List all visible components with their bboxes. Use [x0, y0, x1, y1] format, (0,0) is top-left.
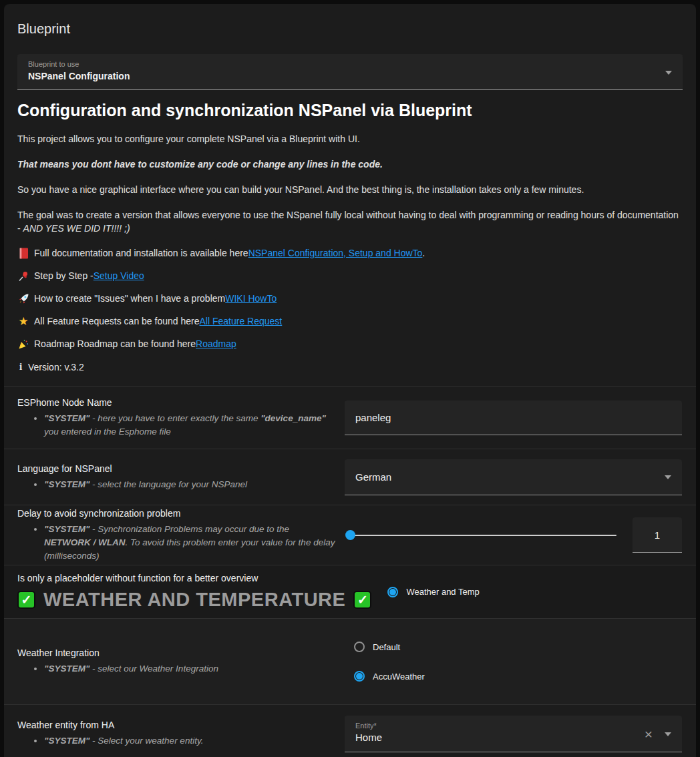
settings-row-weather-placeholder: Is only a placeholder without function f…	[4, 565, 696, 618]
desc-system: "SYSTEM"	[44, 736, 90, 746]
clear-icon[interactable]: ×	[645, 726, 653, 740]
intro-paragraph-3: So you have a nice graphical interface w…	[17, 183, 683, 196]
delay-number-field	[633, 517, 682, 553]
radio-accuweather[interactable]: AccuWeather	[345, 671, 425, 682]
roadmap-text: Roadmap Roadmap can be found here	[34, 338, 196, 350]
settings-row-weather-entity: Weather entity from HA "SYSTEM" - Select…	[4, 704, 696, 757]
delay-number-input[interactable]	[633, 517, 682, 552]
node-name-label: ESPhome Node Name	[17, 397, 338, 408]
feature-request-line: ★All Feature Requests can be found here …	[17, 315, 683, 328]
red-book-icon	[17, 248, 29, 259]
language-select-value: German	[345, 471, 402, 483]
issues-howto-line: How to create "Issues" when I have a pro…	[17, 292, 683, 305]
intro-paragraph-1: This project allows you to configure you…	[17, 132, 683, 146]
desc-device-name: "device_name"	[260, 413, 326, 423]
desc-text: - select our Weather Integration	[90, 664, 218, 674]
language-label: Language for NSPanel	[17, 463, 338, 474]
blueprint-select[interactable]: Blueprint to use NSPanel Configuration	[17, 54, 683, 90]
delay-label: Delay to avoid synchronization problem	[17, 508, 338, 519]
star-icon: ★	[17, 315, 29, 328]
language-description: "SYSTEM" - select the language for your …	[44, 478, 338, 491]
radio-label: Weather and Temp	[406, 587, 479, 597]
pushpin-icon	[17, 271, 29, 282]
language-select[interactable]: German	[345, 459, 682, 495]
slider-thumb[interactable]	[345, 530, 355, 540]
info-icon: i	[17, 361, 24, 372]
roadmap-link[interactable]: Roadmap	[196, 338, 236, 350]
radio-label: AccuWeather	[373, 672, 425, 682]
weather-integration-description: "SYSTEM" - select our Weather Integratio…	[44, 662, 338, 676]
node-name-input[interactable]	[345, 401, 682, 435]
feature-request-text: All Feature Requests can be found here	[34, 315, 200, 328]
intro-paragraph-4: The goal was to create a version that al…	[17, 208, 683, 235]
slider-track	[350, 535, 617, 536]
desc-network: NETWORK / WLAN	[44, 537, 125, 547]
entity-picker-label: Entity*	[345, 716, 682, 730]
desc-system: "SYSTEM"	[44, 664, 90, 674]
radio-default[interactable]: Default	[345, 642, 400, 652]
intro-paragraph-2: That means you dont have to customize an…	[17, 158, 683, 171]
weather-entity-label: Weather entity from HA	[17, 720, 338, 730]
delay-description: "SYSTEM" - Synchronization Problems may …	[44, 523, 338, 563]
chevron-down-icon[interactable]	[665, 475, 671, 479]
check-mark-icon	[353, 591, 371, 609]
wiki-howto-link[interactable]: WIKI HowTo	[225, 292, 277, 305]
desc-text: - Synchronization Problems may occur due…	[90, 524, 289, 534]
docs-link[interactable]: NSPanel Configuration, Setup and HowTo	[248, 247, 423, 260]
settings-row-weather-integration: Weather Integration "SYSTEM" - select ou…	[4, 618, 696, 704]
node-name-field	[345, 401, 682, 435]
version-line: iVersion: v.3.2	[17, 361, 683, 372]
delay-slider[interactable]	[345, 525, 622, 545]
issues-howto-text: How to create "Issues" when I have a pro…	[34, 292, 225, 305]
node-name-description: "SYSTEM" - here you have to enter exactl…	[44, 412, 338, 439]
blueprint-select-value: NSPanel Configuration	[17, 68, 683, 81]
settings-row-delay: Delay to avoid synchronization problem "…	[4, 505, 696, 565]
entity-picker-value: Home	[345, 730, 682, 743]
intro-paragraph-4-italic: AND YES WE DID IT!!!! ;)	[23, 223, 130, 234]
radio-selected-icon[interactable]	[354, 671, 365, 682]
setup-video-link[interactable]: Setup Video	[94, 270, 144, 282]
page-title: Blueprint	[4, 4, 696, 37]
desc-text: - select the language for your NSPanel	[90, 479, 247, 489]
desc-system: "SYSTEM"	[44, 413, 90, 423]
blueprint-description: Configuration and synchronization NSPane…	[4, 101, 696, 372]
documentation-line: Full documentation and installation is a…	[17, 247, 683, 260]
documentation-text: Full documentation and installation is a…	[34, 247, 248, 260]
chevron-down-icon[interactable]	[665, 732, 671, 736]
intro-heading: Configuration and synchronization NSPane…	[17, 101, 683, 120]
blueprint-config-card: Blueprint Blueprint to use NSPanel Confi…	[4, 4, 696, 757]
radio-weather-and-temp[interactable]: Weather and Temp	[378, 587, 479, 597]
setup-video-text: Step by Step -	[34, 270, 94, 282]
radio-unselected-icon[interactable]	[354, 642, 365, 652]
documentation-suffix: .	[422, 247, 425, 260]
settings-row-node-name: ESPhome Node Name "SYSTEM" - here you ha…	[4, 386, 696, 449]
placeholder-label: Is only a placeholder without function f…	[17, 573, 371, 583]
radio-selected-icon[interactable]	[387, 587, 398, 597]
blueprint-select-label: Blueprint to use	[17, 54, 683, 68]
desc-system: "SYSTEM"	[44, 479, 90, 489]
radio-label: Default	[373, 642, 400, 652]
party-popper-icon	[17, 339, 29, 350]
chevron-down-icon[interactable]	[665, 71, 672, 75]
desc-system: "SYSTEM"	[44, 524, 90, 534]
weather-section-heading: WEATHER AND TEMPERATURE	[17, 589, 371, 611]
weather-heading-text: WEATHER AND TEMPERATURE	[43, 589, 345, 611]
roadmap-line: Roadmap Roadmap can be found here Roadma…	[17, 338, 683, 350]
settings-row-language: Language for NSPanel "SYSTEM" - select t…	[4, 449, 696, 505]
feature-request-link[interactable]: All Feature Request	[200, 315, 283, 328]
version-text: Version: v.3.2	[28, 362, 84, 372]
rocket-icon	[17, 293, 29, 304]
desc-text: - here you have to enter exactly the sam…	[90, 413, 260, 423]
check-mark-icon	[17, 591, 35, 609]
weather-integration-label: Weather Integration	[17, 648, 338, 658]
setup-video-line: Step by Step - Setup Video	[17, 270, 683, 282]
entity-picker[interactable]: Entity* Home ×	[345, 716, 682, 752]
desc-text: - Select your weather entity.	[90, 736, 203, 746]
desc-text2: you entered in the Esphome file	[44, 427, 171, 437]
weather-entity-description: "SYSTEM" - Select your weather entity.	[44, 734, 338, 748]
